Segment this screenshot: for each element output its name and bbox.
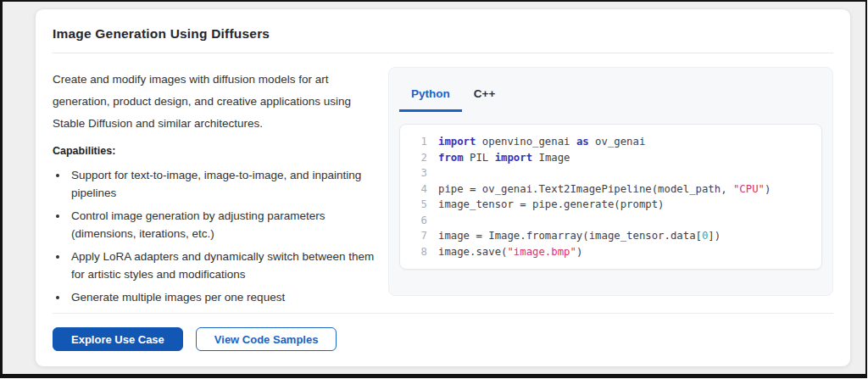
code-line-content: image.save("image.bmp") (438, 244, 582, 260)
capabilities-list: Support for text-to-image, image-to-imag… (53, 166, 375, 306)
title-divider (53, 53, 833, 53)
code-line: 7image = Image.fromarray(image_tensor.da… (407, 228, 815, 244)
description-column: Create and modify images with diffusion … (53, 67, 375, 299)
line-number: 3 (407, 165, 427, 181)
code-line-content: image = Image.fromarray(image_tensor.dat… (438, 228, 721, 244)
capability-item: Support for text-to-image, image-to-imag… (69, 166, 375, 202)
line-number: 6 (407, 213, 427, 229)
explore-use-case-button[interactable]: Explore Use Case (53, 327, 183, 351)
line-number: 5 (407, 197, 427, 213)
code-line-content (438, 165, 444, 181)
code-line: 2from PIL import Image (407, 150, 815, 166)
code-line: 3 (407, 165, 815, 181)
page-title: Image Generation Using Diffusers (53, 26, 833, 42)
line-number: 1 (407, 134, 427, 150)
use-case-description: Create and modify images with diffusion … (53, 69, 375, 135)
use-case-card: Image Generation Using Diffusers Create … (35, 8, 851, 367)
code-block: 1import openvino_genai as ov_genai2from … (399, 124, 822, 270)
code-line: 4pipe = ov_genai.Text2ImagePipeline(mode… (407, 181, 815, 198)
code-line-content: pipe = ov_genai.Text2ImagePipeline(model… (438, 181, 771, 198)
card-footer: Explore Use Case View Code Samples (53, 313, 833, 351)
capabilities-heading: Capabilities: (53, 145, 375, 157)
tab-python[interactable]: Python (399, 80, 462, 112)
view-code-samples-button[interactable]: View Code Samples (196, 327, 337, 351)
capability-item: Generate multiple images per one request (69, 288, 375, 306)
code-line-content: image_tensor = pipe.generate(prompt) (438, 197, 665, 213)
line-number: 2 (407, 150, 427, 166)
card-body: Create and modify images with diffusion … (53, 67, 833, 299)
line-number: 7 (407, 228, 427, 244)
capability-item: Apply LoRA adapters and dynamically swit… (69, 248, 375, 283)
code-line: 6 (407, 213, 815, 229)
code-line: 8image.save("image.bmp") (407, 244, 815, 260)
tab-cpp[interactable]: C++ (462, 80, 508, 112)
code-line: 5image_tensor = pipe.generate(prompt) (407, 197, 815, 213)
code-line: 1import openvino_genai as ov_genai (407, 134, 815, 150)
code-line-content: import openvino_genai as ov_genai (438, 134, 645, 150)
code-line-content (438, 213, 444, 229)
code-sample-panel: PythonC++ 1import openvino_genai as ov_g… (388, 67, 833, 296)
code-line-content: from PIL import Image (438, 150, 570, 166)
page-background: Image Generation Using Diffusers Create … (0, 0, 867, 378)
line-number: 8 (407, 244, 427, 260)
capability-item: Control image generation by adjusting pa… (69, 207, 375, 242)
language-tabs: PythonC++ (399, 80, 822, 112)
line-number: 4 (407, 181, 427, 198)
